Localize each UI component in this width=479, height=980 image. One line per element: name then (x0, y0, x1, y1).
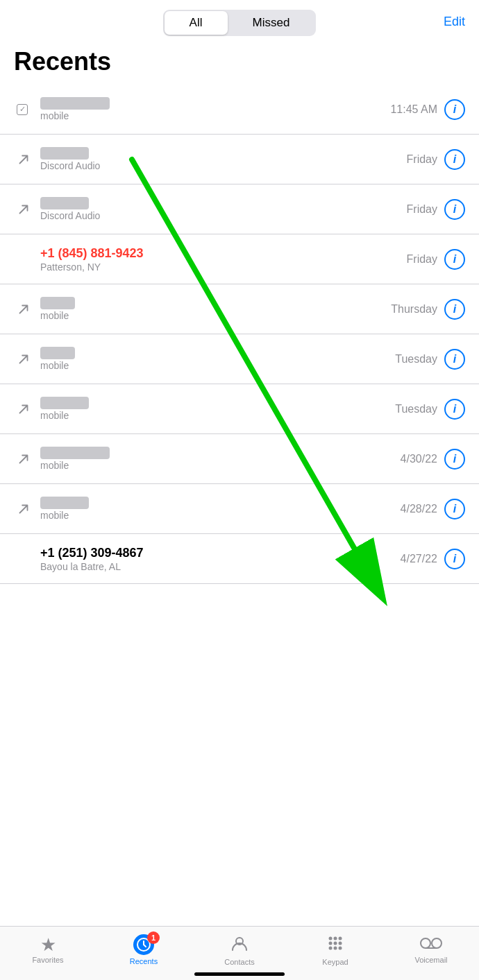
missed-number: +1 (845) 881-9423 (40, 246, 407, 261)
call-subtitle: mobile (40, 110, 390, 121)
call-time: Friday (407, 153, 437, 166)
tab-voicemail-label: Voicemail (414, 956, 447, 964)
call-right: Thursday i (391, 299, 465, 320)
call-subtitle: Bayou la Batre, AL (40, 561, 401, 572)
tab-favorites[interactable]: ★ Favorites (27, 936, 69, 964)
tab-keypad[interactable]: Keypad (314, 934, 356, 966)
tab-keypad-label: Keypad (322, 958, 348, 966)
call-info: +1 (845) 881-9423 Patterson, NY (40, 239, 407, 280)
call-item: mobile Tuesday i (0, 384, 479, 434)
blurred-name (40, 97, 110, 110)
call-item: Discord Audio Friday i (0, 135, 479, 184)
info-button[interactable]: i (444, 299, 465, 320)
call-subtitle: mobile (40, 310, 391, 321)
blurred-name (40, 147, 89, 160)
checkbox-icon (17, 104, 28, 115)
svg-point-14 (339, 947, 342, 950)
tab-recents[interactable]: 1 Recents (123, 934, 165, 965)
call-right: Friday i (407, 249, 465, 270)
call-info: mobile (40, 290, 391, 328)
tab-voicemail[interactable]: Voicemail (410, 936, 452, 964)
info-button[interactable]: i (444, 249, 465, 270)
tab-contacts[interactable]: Contacts (219, 934, 260, 966)
home-indicator (194, 972, 285, 976)
call-time: Tuesday (395, 353, 437, 366)
svg-point-16 (432, 938, 442, 948)
info-button[interactable]: i (444, 499, 465, 519)
tab-contacts-label: Contacts (224, 958, 254, 966)
call-right: 4/27/22 i (401, 549, 465, 569)
info-button[interactable]: i (444, 199, 465, 220)
call-icon-checked (14, 104, 33, 115)
call-subtitle: Discord Audio (40, 160, 407, 171)
call-info: mobile (40, 340, 395, 378)
edit-button[interactable]: Edit (444, 10, 465, 34)
call-info: mobile (40, 490, 401, 528)
outgoing-call-icon (14, 152, 33, 167)
outgoing-call-icon (14, 202, 33, 217)
contacts-icon (230, 934, 249, 956)
outgoing-call-icon (14, 452, 33, 467)
call-list: mobile 11:45 AM i Discord Audio Friday i (0, 85, 479, 653)
call-time: Friday (407, 203, 437, 216)
call-time: 4/30/22 (401, 453, 437, 465)
call-right: Tuesday i (395, 399, 465, 420)
call-time: 4/27/22 (401, 553, 437, 565)
favorites-icon: ★ (40, 936, 56, 954)
svg-point-9 (329, 942, 333, 945)
call-subtitle: mobile (40, 360, 395, 371)
call-item: +1 (251) 309-4867 Bayou la Batre, AL 4/2… (0, 534, 479, 584)
segment-all[interactable]: All (165, 11, 228, 35)
outgoing-call-icon (14, 302, 33, 317)
svg-point-8 (339, 937, 342, 940)
blurred-name (40, 197, 89, 209)
call-time: Tuesday (395, 403, 437, 415)
info-button[interactable]: i (444, 349, 465, 370)
svg-line-4 (144, 945, 146, 947)
call-info: Discord Audio (40, 140, 407, 178)
call-item: Discord Audio Friday i (0, 184, 479, 234)
outgoing-call-icon (14, 402, 33, 417)
svg-point-11 (339, 942, 342, 945)
call-info: mobile (40, 90, 390, 128)
call-right: 11:45 AM i (390, 99, 465, 120)
badge: 1 (147, 931, 160, 944)
outgoing-call-icon (14, 501, 33, 517)
call-right: 4/30/22 i (401, 449, 465, 470)
call-time: Friday (407, 253, 437, 266)
call-right: 4/28/22 i (401, 499, 465, 519)
svg-point-6 (329, 937, 333, 940)
info-button[interactable]: i (444, 399, 465, 420)
call-item: mobile 4/28/22 i (0, 484, 479, 534)
info-button[interactable]: i (444, 449, 465, 470)
call-item: mobile Tuesday i (0, 334, 479, 384)
keypad-icon (326, 934, 345, 956)
call-info: Discord Audio (40, 190, 407, 228)
svg-point-15 (421, 938, 430, 948)
info-button[interactable]: i (444, 149, 465, 170)
call-item: mobile Thursday i (0, 284, 479, 334)
blurred-name (40, 297, 75, 309)
call-subtitle: mobile (40, 510, 401, 521)
info-button[interactable]: i (444, 549, 465, 569)
blurred-name (40, 447, 110, 459)
call-item: +1 (845) 881-9423 Patterson, NY Friday i (0, 234, 479, 284)
tab-recents-label: Recents (130, 957, 158, 965)
call-info: mobile (40, 390, 395, 428)
call-right: Friday i (407, 149, 465, 170)
info-button[interactable]: i (444, 99, 465, 120)
svg-point-13 (334, 947, 337, 950)
blurred-name (40, 397, 89, 409)
call-time: 4/28/22 (401, 503, 437, 515)
call-item: mobile 4/30/22 i (0, 434, 479, 484)
call-info: +1 (251) 309-4867 Bayou la Batre, AL (40, 539, 401, 579)
call-subtitle: Patterson, NY (40, 261, 407, 273)
call-subtitle: mobile (40, 460, 401, 471)
phone-number: +1 (251) 309-4867 (40, 546, 401, 560)
call-subtitle: mobile (40, 410, 395, 421)
call-right: Tuesday i (395, 349, 465, 370)
segment-missed[interactable]: Missed (228, 11, 315, 35)
call-right: Friday i (407, 199, 465, 220)
page-title: Recents (0, 42, 479, 76)
segment-control: All Missed (163, 10, 317, 36)
